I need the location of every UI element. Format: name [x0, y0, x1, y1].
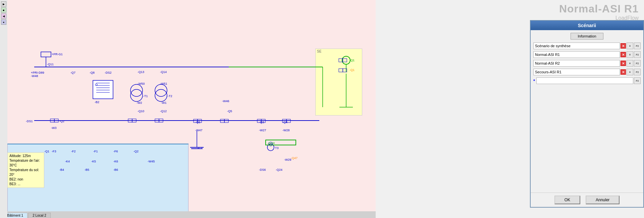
svg-text:-W1: -W1 — [161, 101, 167, 104]
svg-point-12 — [130, 89, 143, 101]
svg-point-16 — [155, 89, 167, 101]
scenario-icon1-1[interactable]: ≡ — [627, 51, 633, 58]
svg-text:-T2: -T2 — [168, 94, 172, 98]
scenario-name-2[interactable] — [533, 60, 620, 67]
svg-text:-Q24: -Q24 — [276, 168, 282, 171]
svg-text:-W47: -W47 — [195, 129, 203, 132]
svg-text:-DS2: -DS2 — [105, 71, 112, 74]
svg-rect-49 — [286, 119, 290, 123]
toolbar-btn-4[interactable]: ● — [1, 19, 6, 25]
svg-rect-44 — [220, 119, 224, 123]
scenario-icon1-3[interactable]: ≡ — [627, 69, 633, 75]
tooltip-box: Altitude: 125m Température de l'air: 30°… — [7, 152, 44, 188]
se-box: SE — [315, 49, 362, 116]
svg-text:-W28: -W28 — [282, 129, 290, 132]
scenario-row-2: ✕ ≡ P2 — [533, 60, 641, 67]
dialog-footer: OK Annuler — [531, 193, 643, 207]
scenario-icon2-3[interactable]: P2 — [634, 69, 641, 75]
svg-rect-48 — [282, 119, 286, 123]
scenario-row-1: ✕ ≡ P2 — [533, 51, 641, 58]
toolbar-btn-1[interactable]: ▶ — [1, 1, 6, 7]
svg-text:-W51: -W51 — [160, 82, 167, 85]
scenario-icon2-0[interactable]: P2 — [634, 43, 641, 49]
svg-text:-W46: -W46 — [222, 99, 229, 103]
svg-text:-W27: -W27 — [259, 129, 266, 132]
svg-text:-Q446: -Q446 — [267, 142, 275, 145]
svg-text:-Q14: -Q14 — [160, 70, 167, 74]
svg-text:-Q12: -Q12 — [160, 110, 167, 113]
scenario-row-3: ✕ ≡ P2 — [533, 68, 641, 76]
ok-button[interactable]: OK — [554, 196, 580, 204]
svg-text:-B2: -B2 — [95, 100, 99, 104]
svg-rect-46 — [257, 119, 261, 123]
svg-rect-26 — [54, 119, 58, 122]
new-scenario-input[interactable] — [536, 77, 633, 84]
scenario-icon1-0[interactable]: ≡ — [627, 43, 633, 49]
svg-rect-50 — [93, 80, 113, 99]
new-scenario-row: * P2 — [533, 77, 641, 84]
scenario-icon2-2[interactable]: P2 — [634, 60, 641, 67]
scenario-delete-0[interactable]: ✕ — [621, 43, 626, 49]
svg-text:-W2: -W2 — [137, 101, 142, 104]
svg-rect-67 — [266, 140, 296, 145]
scenario-icon1-2[interactable]: ≡ — [627, 60, 633, 67]
toolbar-btn-2[interactable]: ■ — [1, 7, 6, 13]
scenario-name-0[interactable] — [533, 43, 620, 49]
svg-text:-Q4: -Q4 — [282, 121, 287, 124]
svg-point-56 — [95, 84, 97, 86]
svg-rect-31 — [132, 119, 136, 122]
cancel-button[interactable]: Annuler — [586, 196, 620, 204]
tooltip-line3: Température du sol: 20° — [9, 168, 42, 177]
main-title: Normal-ASI R1 — [559, 3, 639, 15]
svg-text:-W50: -W50 — [138, 82, 145, 85]
svg-text:-DS6: -DS6 — [259, 168, 266, 171]
svg-text:-DS1: -DS1 — [26, 120, 33, 123]
svg-text:-Q13: -Q13 — [138, 70, 144, 74]
svg-text:T3: T3 — [275, 146, 279, 150]
scenario-dialog: Scénarii Information ✕ ≡ P2 ✕ ≡ P2 ✕ ≡ P… — [530, 20, 644, 208]
tab-bar: 1 Bâtiment 1 2 Local 2 — [0, 211, 376, 218]
svg-rect-32 — [155, 119, 159, 122]
tooltip-line1: Altitude: 125m — [9, 154, 42, 158]
svg-text:+PRI-D89: +PRI-D89 — [31, 71, 44, 74]
svg-text:-C1: -C1 — [198, 146, 203, 150]
svg-text:-Q2: -Q2 — [59, 120, 64, 123]
scenario-icon2-1[interactable]: P2 — [634, 51, 641, 58]
svg-rect-30 — [128, 119, 132, 122]
new-scenario-star: * — [533, 78, 535, 83]
svg-rect-2 — [41, 52, 51, 57]
svg-text:-Q7: -Q7 — [70, 71, 75, 74]
svg-rect-42 — [194, 119, 198, 123]
scenario-delete-3[interactable]: ✕ — [621, 69, 626, 75]
toolbar-btn-3[interactable]: ◀ — [1, 13, 6, 19]
tab-local2[interactable]: 2 Local 2 — [28, 213, 51, 218]
tooltip-line2: Température de l'air: 30°C — [9, 158, 42, 168]
tooltip-line5: BE3: ... — [9, 182, 42, 187]
svg-point-11 — [130, 84, 143, 96]
svg-point-64 — [269, 142, 273, 146]
main-canvas: SE Altitude: 125m Température de l'air: … — [0, 0, 376, 218]
svg-text:-W29: -W29 — [284, 158, 291, 161]
scenario-name-1[interactable] — [533, 51, 620, 58]
scenario-delete-2[interactable]: ✕ — [621, 61, 626, 66]
svg-text:-Q47: -Q47 — [291, 156, 298, 160]
svg-text:-T1: -T1 — [143, 94, 148, 98]
info-button[interactable]: Information — [571, 33, 603, 40]
svg-text:-Q8: -Q8 — [90, 71, 95, 74]
svg-text:-W3: -W3 — [51, 126, 57, 130]
tooltip-line4: BE2: non — [9, 177, 42, 182]
scenario-delete-1[interactable]: ✕ — [621, 52, 626, 57]
dialog-title-bar: Scénarii — [531, 21, 643, 30]
svg-text:-Q5: -Q5 — [227, 110, 232, 113]
new-scenario-icon[interactable]: P2 — [634, 77, 641, 84]
svg-rect-33 — [159, 119, 163, 122]
scenario-name-3[interactable] — [533, 69, 620, 75]
svg-text:-Q6: -Q6 — [195, 121, 200, 124]
svg-text:-Q11: -Q11 — [47, 63, 54, 66]
svg-point-62 — [267, 144, 274, 151]
left-toolbar: ▶ ■ ◀ ● — [0, 0, 7, 218]
svg-point-15 — [155, 84, 167, 96]
svg-text:-W48: -W48 — [31, 74, 38, 78]
svg-rect-25 — [50, 119, 54, 122]
svg-text:-Q10: -Q10 — [138, 110, 144, 113]
